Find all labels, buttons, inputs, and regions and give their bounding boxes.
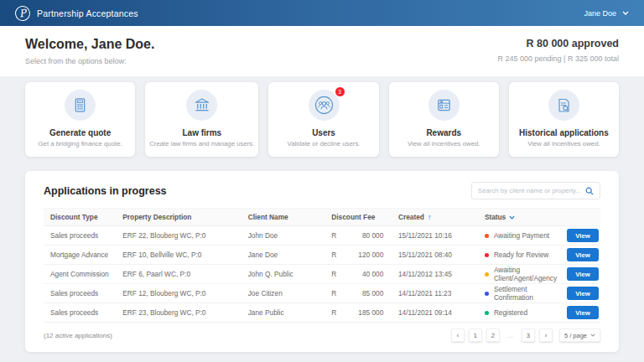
pagination-prev-button[interactable]: ‹ [451, 328, 465, 342]
table-row: Sales proceeds ERF 22, Blouberg WC, P:0 … [44, 226, 600, 246]
option-card-generate-quote[interactable]: Generate quote Get a bridging finance qu… [25, 82, 135, 157]
sort-asc-icon: ↑ [428, 213, 432, 221]
welcome-section: Welcome, Jane Doe. Select from the optio… [0, 26, 644, 76]
cell-discount-fee: R80 000 [325, 231, 392, 240]
option-card-historical-applications[interactable]: Historical applications View all incenti… [509, 82, 619, 157]
card-icon-circle [548, 90, 579, 121]
cell-property-description: ERF 10, Bellville WC, P:0 [116, 251, 241, 259]
view-button[interactable]: View [567, 248, 599, 261]
cell-discount-type: Mortgage Advance [44, 251, 116, 259]
panel-title: Applications in progress [44, 185, 167, 197]
users-icon [314, 96, 334, 115]
pending-total-amounts: R 245 000 pending | R 325 000 total [498, 54, 619, 63]
card-title: Law firms [149, 128, 254, 137]
page-title: Welcome, Jane Doe. [25, 37, 154, 52]
search-box [471, 182, 600, 199]
status-dot-icon [485, 234, 489, 238]
pagination-page-3[interactable]: 3 [522, 328, 535, 342]
card-title: Users [273, 128, 374, 137]
cell-status: Registered [478, 308, 567, 317]
cell-created: 15/11/2021 08:40 [392, 251, 478, 259]
view-button[interactable]: View [567, 287, 599, 300]
cell-discount-fee: R40 000 [325, 270, 392, 278]
history-icon [555, 97, 572, 114]
active-applications-note: (12 active applications) [44, 332, 112, 339]
cell-status: Awaiting Payment [478, 231, 567, 240]
status-dot-icon [485, 272, 489, 277]
logo-icon: P [14, 4, 31, 21]
cell-discount-type: Sales proceeds [44, 308, 116, 317]
chevron-down-icon [509, 215, 515, 220]
cell-client-name: Joe Citizen [242, 289, 325, 297]
search-input[interactable] [478, 187, 585, 194]
table-row: Sales proceeds ERF 12, Blouberg WC, P:0 … [44, 284, 600, 303]
view-button[interactable]: View [567, 229, 599, 242]
card-title: Generate quote [29, 128, 131, 137]
pagination-page-2[interactable]: 2 [486, 328, 500, 342]
card-subtitle: View all incentives owed. [393, 140, 495, 147]
user-menu[interactable]: Jane Doe [584, 9, 629, 18]
approved-amount: R 80 000 approved [498, 38, 619, 49]
card-icon-circle [428, 90, 460, 121]
cell-discount-type: Sales proceeds [44, 289, 116, 297]
cell-discount-fee: R85 000 [325, 289, 392, 297]
cell-property-description: ERF 12, Blouberg WC, P:0 [116, 289, 241, 297]
cell-discount-fee: R185 000 [325, 308, 392, 317]
applications-panel: Applications in progress Discount Type P… [25, 171, 619, 352]
app-title: Partnership Acceptances [37, 8, 138, 18]
brand[interactable]: P Partnership Acceptances [15, 6, 138, 21]
cell-status: Settlement Confirmation [478, 285, 567, 302]
cell-created: 14/11/2021 11:23 [392, 289, 478, 297]
chevron-down-icon [590, 334, 595, 337]
calculator-icon [72, 97, 88, 113]
table-row: Agent Commission ERF 6, Paarl WC, P:0 Jo… [44, 265, 600, 284]
table-header-row: Discount Type Property Description Clien… [44, 208, 600, 226]
cell-property-description: ERF 22, Blouberg WC, P:0 [116, 231, 241, 240]
notification-badge: 3 [335, 87, 345, 96]
card-icon-circle [65, 90, 96, 121]
col-discount-fee: Discount Fee [325, 213, 392, 221]
card-subtitle: Create law firms and manage users. [149, 140, 254, 147]
option-card-law-firms[interactable]: Law firms Create law firms and manage us… [145, 82, 258, 157]
option-card-users[interactable]: 3 Users Validate or decline users. [268, 82, 378, 157]
col-created-sort[interactable]: Created ↑ [392, 213, 478, 221]
cell-status: Ready for Review [478, 251, 567, 259]
user-name: Jane Doe [584, 9, 616, 18]
page-subtitle: Select from the options below: [25, 57, 154, 65]
view-button[interactable]: View [567, 267, 599, 281]
app-header: P Partnership Acceptances Jane Doe [0, 0, 644, 26]
col-discount-type: Discount Type [44, 213, 116, 221]
card-subtitle: Get a bridging finance quote. [29, 140, 131, 147]
search-icon[interactable] [585, 187, 594, 195]
col-client-name: Client Name [242, 213, 325, 221]
card-subtitle: View all incentives owed. [513, 140, 615, 147]
pagination-next-button[interactable]: › [539, 328, 553, 342]
page-size-select[interactable]: 5 / page [559, 328, 600, 342]
card-icon-circle [186, 90, 217, 121]
cell-status: Awaiting Client/Agent/Agency [478, 266, 567, 282]
cell-client-name: Jane Public [242, 308, 325, 317]
card-title: Historical applications [513, 128, 615, 137]
status-dot-icon [485, 253, 489, 257]
option-cards: Generate quote Get a bridging finance qu… [0, 76, 644, 157]
col-property-description: Property Description [116, 213, 241, 221]
cell-created: 14/11/2012 13:45 [392, 270, 478, 278]
pagination: ‹ 12…3 › 5 / page [451, 328, 600, 342]
option-card-rewards[interactable]: Rewards View all incentives owed. [389, 82, 499, 157]
status-dot-icon [485, 292, 489, 296]
pagination-page-1[interactable]: 1 [469, 328, 482, 342]
cell-created: 15/11/2021 10:16 [392, 231, 478, 240]
table-body: Sales proceeds ERF 22, Blouberg WC, P:0 … [44, 226, 600, 323]
view-button[interactable]: View [567, 306, 599, 319]
cell-discount-type: Sales proceeds [44, 231, 116, 240]
cell-property-description: ERF 23, Blouberg WC, P:0 [116, 308, 241, 317]
pagination-ellipsis: … [504, 328, 517, 342]
bank-icon [194, 97, 210, 113]
card-subtitle: Validate or decline users. [273, 140, 374, 147]
table-row: Mortgage Advance ERF 10, Bellville WC, P… [44, 246, 600, 265]
col-status-filter[interactable]: Status [478, 213, 567, 221]
cell-discount-type: Agent Commission [44, 270, 116, 278]
status-dot-icon [485, 311, 489, 315]
chevron-down-icon [622, 11, 629, 15]
card-title: Rewards [393, 128, 495, 137]
